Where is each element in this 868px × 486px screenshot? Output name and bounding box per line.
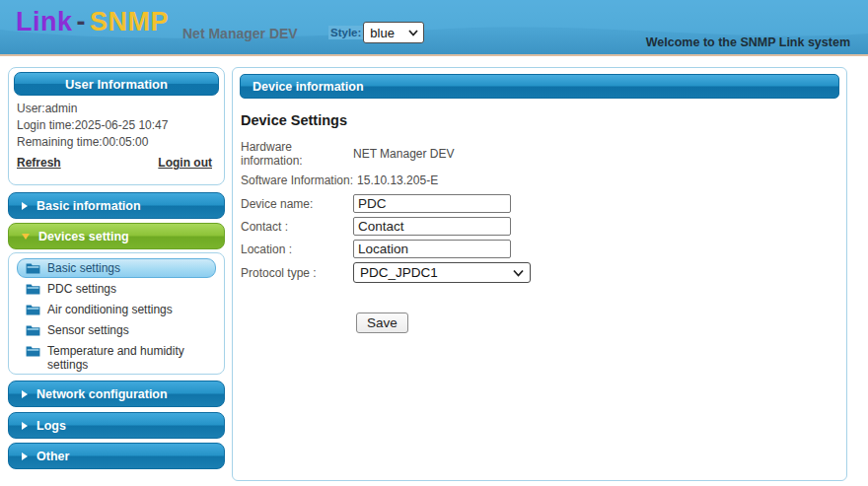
sidebar-item-label: Devices setting — [38, 230, 129, 243]
device-settings-form: Hardware information: NET Manager DEV So… — [241, 140, 846, 333]
welcome-message: Welcome to the SNMP Link system — [646, 35, 850, 49]
contact-label: Contact : — [241, 220, 353, 234]
chevron-down-icon — [408, 30, 418, 36]
save-button[interactable]: Save — [356, 312, 408, 333]
protocol-type-label: Protocol type : — [241, 266, 353, 280]
sidebar-item-other[interactable]: Other — [8, 443, 225, 469]
chevron-right-icon — [22, 390, 28, 398]
submenu-item-pdc-settings[interactable]: PDC settings — [17, 279, 216, 299]
sidebar-item-basic-information[interactable]: Basic information — [8, 192, 225, 219]
user-links-row: Refresh Login out — [9, 152, 224, 170]
submenu-item-label: Sensor settings — [47, 323, 129, 337]
device-name-input[interactable] — [353, 194, 511, 213]
location-row: Location : — [241, 240, 846, 258]
login-time-text: Login time:2025-06-25 10:47 — [9, 118, 224, 132]
devices-setting-submenu: Basic settings PDC settings Air conditio… — [8, 252, 225, 375]
protocol-type-value: PDC_JPDC1 — [360, 265, 438, 280]
chevron-right-icon — [22, 422, 28, 430]
logout-link[interactable]: Login out — [158, 156, 212, 170]
page: Link-SNMP Net Manager DEV Style: blue We… — [0, 0, 868, 486]
protocol-type-row: Protocol type : PDC_JPDC1 — [241, 262, 846, 283]
contact-row: Contact : — [241, 217, 846, 236]
refresh-link[interactable]: Refresh — [17, 156, 61, 170]
section-title: Device Settings — [241, 112, 846, 128]
location-label: Location : — [241, 243, 353, 256]
hardware-information-row: Hardware information: NET Manager DEV — [241, 140, 846, 168]
style-select-value: blue — [370, 26, 395, 40]
logo-snmp-text: SNMP — [90, 7, 169, 36]
sidebar-item-network-configuration[interactable]: Network configuration — [8, 381, 225, 407]
app-header: Link-SNMP Net Manager DEV Style: blue We… — [0, 0, 868, 56]
chevron-right-icon — [22, 452, 28, 460]
user-information-panel: User Information User:admin Login time:2… — [8, 67, 225, 185]
submenu-item-air-conditioning-settings[interactable]: Air conditioning settings — [17, 300, 216, 319]
remaining-time-text: Remaining time:00:05:00 — [9, 135, 224, 149]
software-information-label: Software Information: — [241, 174, 353, 187]
folder-icon — [26, 324, 40, 336]
device-information-header: Device information — [240, 74, 839, 99]
sidebar-item-logs[interactable]: Logs — [8, 412, 225, 439]
device-information-panel: Device information Device Settings Hardw… — [232, 67, 847, 481]
user-name-text: User:admin — [9, 102, 224, 115]
submenu-item-label: Air conditioning settings — [47, 303, 173, 316]
sidebar-item-label: Network configuration — [36, 387, 168, 401]
logo-dash-text: - — [73, 7, 91, 36]
contact-input[interactable] — [353, 217, 511, 236]
sidebar-item-label: Basic information — [36, 199, 141, 213]
submenu-item-temperature-humidity-settings[interactable]: Temperature and humidity settings — [17, 341, 216, 375]
folder-icon — [26, 262, 40, 274]
style-select[interactable]: blue — [363, 22, 424, 43]
user-information-header: User Information — [14, 72, 219, 96]
app-subtitle: Net Manager DEV — [182, 26, 298, 41]
protocol-type-select[interactable]: PDC_JPDC1 — [353, 262, 531, 283]
sidebar-item-label: Logs — [36, 419, 66, 433]
chevron-right-icon — [22, 202, 28, 210]
sidebar-item-label: Other — [36, 450, 69, 463]
folder-icon — [26, 345, 40, 357]
device-name-row: Device name: — [241, 194, 846, 213]
app-logo: Link-SNMP — [16, 7, 169, 37]
software-information-row: Software Information:15.10.13.205-E — [241, 174, 846, 187]
style-picker: Style: blue — [328, 22, 424, 43]
software-information-value: 15.10.13.205-E — [357, 174, 438, 187]
hardware-information-label: Hardware information: — [241, 140, 353, 168]
folder-icon — [26, 283, 40, 295]
submenu-item-basic-settings[interactable]: Basic settings — [17, 258, 216, 278]
chevron-down-icon — [22, 234, 30, 240]
submenu-item-label: PDC settings — [47, 282, 116, 296]
hardware-information-value: NET Manager DEV — [353, 147, 455, 161]
chevron-down-icon — [513, 269, 524, 277]
submenu-item-label: Temperature and humidity settings — [47, 344, 207, 372]
style-label: Style: — [328, 26, 363, 39]
device-name-label: Device name: — [241, 197, 353, 211]
folder-icon — [26, 304, 40, 315]
submenu-item-sensor-settings[interactable]: Sensor settings — [17, 320, 216, 340]
sidebar-item-devices-setting[interactable]: Devices setting — [8, 223, 225, 249]
logo-link-text: Link — [16, 7, 73, 36]
location-input[interactable] — [353, 240, 511, 258]
submenu-item-label: Basic settings — [47, 261, 120, 275]
